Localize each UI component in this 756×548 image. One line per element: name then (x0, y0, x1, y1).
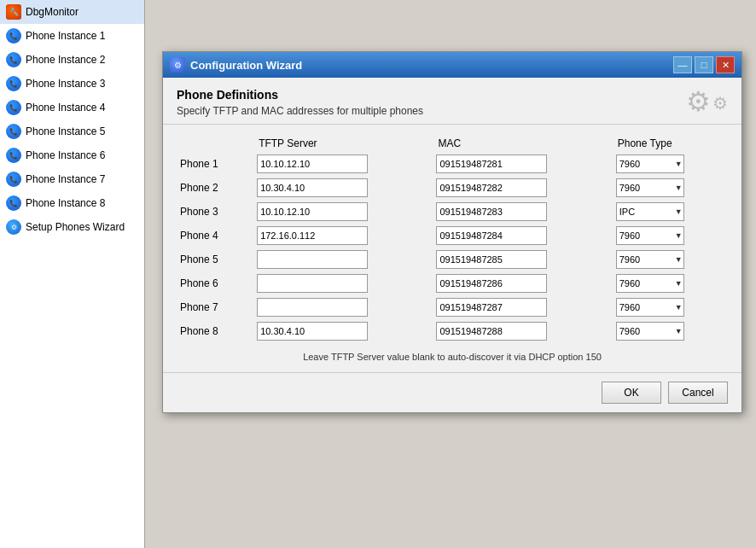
sidebar-label-phone8: Phone Instance 8 (26, 197, 105, 209)
sidebar-item-phone2[interactable]: 📞Phone Instance 2 (0, 48, 144, 72)
tftp-input-4[interactable] (257, 226, 368, 245)
wizard-icon: ⚙ (170, 57, 185, 73)
mac-input-4[interactable] (436, 226, 547, 245)
gear-big-icon: ⚙ (686, 88, 711, 115)
phone-label-7: Phone 7 (177, 295, 253, 319)
phone-type-select-1[interactable]: 7960IPC79407905 (616, 154, 684, 173)
mac-input-8[interactable] (436, 322, 547, 341)
phone-label-4: Phone 4 (177, 224, 253, 248)
table-row: Phone 37960IPC79407905▼ (177, 200, 728, 224)
table-row: Phone 57960IPC79407905▼ (177, 248, 728, 271)
dialog-body: Phone Definitions Specify TFTP and MAC a… (163, 78, 741, 412)
col-header-type: Phone Type (613, 135, 728, 152)
sidebar-item-setup[interactable]: ⚙Setup Phones Wizard (0, 215, 144, 239)
phone-icon: 📞 (5, 27, 22, 44)
dialog-header: Phone Definitions Specify TFTP and MAC a… (163, 78, 741, 125)
phone-label-3: Phone 3 (177, 200, 253, 224)
sidebar-label-phone1: Phone Instance 1 (26, 30, 105, 42)
sidebar: 🔧DbgMonitor📞Phone Instance 1📞Phone Insta… (0, 0, 145, 548)
dialog-title: Configuration Wizard (190, 59, 302, 72)
minimize-button[interactable]: — (673, 56, 692, 73)
phone-type-select-5[interactable]: 7960IPC79407905 (616, 250, 684, 269)
dialog-footer: OK Cancel (163, 372, 741, 412)
phone-type-select-6[interactable]: 7960IPC79407905 (616, 274, 684, 293)
tftp-input-8[interactable] (257, 322, 368, 341)
phone-type-select-2[interactable]: 7960IPC79407905 (616, 178, 684, 197)
tftp-input-1[interactable] (257, 154, 368, 173)
sidebar-label-phone6: Phone Instance 6 (26, 149, 105, 161)
dialog-header-title: Phone Definitions (177, 88, 423, 102)
phone-icon: 📞 (5, 171, 22, 188)
sidebar-label-phone4: Phone Instance 4 (26, 102, 105, 114)
dialog-content: TFTP Server MAC Phone Type Phone 17960IP… (163, 125, 741, 372)
sidebar-label-dbgmonitor: DbgMonitor (26, 6, 79, 18)
phone-label-8: Phone 8 (177, 319, 253, 343)
sidebar-label-phone7: Phone Instance 7 (26, 173, 105, 185)
dialog-header-text: Phone Definitions Specify TFTP and MAC a… (177, 88, 423, 117)
phone-icon: 📞 (5, 123, 22, 140)
maximize-button[interactable]: □ (695, 56, 713, 73)
sidebar-item-phone4[interactable]: 📞Phone Instance 4 (0, 96, 144, 120)
mac-input-6[interactable] (436, 274, 547, 293)
phone-icon: 📞 (5, 195, 22, 212)
sidebar-item-phone6[interactable]: 📞Phone Instance 6 (0, 143, 144, 167)
sidebar-label-phone5: Phone Instance 5 (26, 125, 105, 137)
tftp-input-3[interactable] (257, 202, 368, 221)
table-row: Phone 67960IPC79407905▼ (177, 271, 728, 295)
close-button[interactable]: ✕ (716, 56, 735, 73)
phone-label-1: Phone 1 (177, 152, 253, 176)
main-area: ⚙ Configuration Wizard — □ ✕ Phone Defin… (145, 0, 756, 548)
phone-label-6: Phone 6 (177, 271, 253, 295)
phone-type-select-8[interactable]: 7960IPC79407905 (616, 322, 684, 341)
table-row: Phone 87960IPC79407905▼ (177, 319, 728, 343)
sidebar-item-phone1[interactable]: 📞Phone Instance 1 (0, 24, 144, 48)
phone-label-2: Phone 2 (177, 176, 253, 200)
dialog-header-subtitle: Specify TFTP and MAC addresses for multi… (177, 105, 423, 117)
table-row: Phone 77960IPC79407905▼ (177, 295, 728, 319)
tftp-input-5[interactable] (257, 250, 368, 269)
phone-type-select-3[interactable]: 7960IPC79407905 (616, 202, 684, 221)
tftp-input-6[interactable] (257, 274, 368, 293)
mac-input-2[interactable] (436, 178, 547, 197)
gear-decoration: ⚙ ⚙ (686, 88, 728, 115)
tftp-input-2[interactable] (257, 178, 368, 197)
dialog-titlebar: ⚙ Configuration Wizard — □ ✕ (163, 52, 741, 78)
dbg-icon: 🔧 (5, 3, 22, 20)
phone-icon: 📞 (5, 75, 22, 92)
dialog-controls: — □ ✕ (673, 56, 735, 73)
col-header-tftp: TFTP Server (253, 135, 433, 152)
sidebar-item-phone7[interactable]: 📞Phone Instance 7 (0, 167, 144, 191)
sidebar-item-phone3[interactable]: 📞Phone Instance 3 (0, 72, 144, 96)
phone-label-5: Phone 5 (177, 248, 253, 271)
mac-input-3[interactable] (436, 202, 547, 221)
table-row: Phone 47960IPC79407905▼ (177, 224, 728, 248)
hint-text: Leave TFTP Server value blank to auto-di… (177, 352, 728, 362)
sidebar-item-phone8[interactable]: 📞Phone Instance 8 (0, 191, 144, 215)
sidebar-label-setup: Setup Phones Wizard (26, 221, 125, 233)
sidebar-label-phone3: Phone Instance 3 (26, 78, 105, 90)
sidebar-item-dbgmonitor[interactable]: 🔧DbgMonitor (0, 0, 144, 24)
col-header-mac: MAC (433, 135, 612, 152)
table-row: Phone 27960IPC79407905▼ (177, 176, 728, 200)
config-wizard-dialog: ⚙ Configuration Wizard — □ ✕ Phone Defin… (162, 51, 742, 413)
gear-small-icon: ⚙ (712, 95, 728, 115)
tftp-input-7[interactable] (257, 298, 368, 317)
sidebar-item-phone5[interactable]: 📞Phone Instance 5 (0, 120, 144, 143)
phone-type-select-7[interactable]: 7960IPC79407905 (616, 298, 684, 317)
cancel-button[interactable]: Cancel (668, 382, 728, 404)
ok-button[interactable]: OK (602, 382, 661, 404)
dialog-title-left: ⚙ Configuration Wizard (170, 57, 302, 73)
phone-table: TFTP Server MAC Phone Type Phone 17960IP… (177, 135, 728, 343)
setup-icon: ⚙ (5, 219, 22, 236)
phone-icon: 📞 (5, 99, 22, 116)
mac-input-1[interactable] (436, 154, 547, 173)
mac-input-7[interactable] (436, 298, 547, 317)
phone-icon: 📞 (5, 51, 22, 68)
col-header-label (177, 135, 253, 152)
phone-type-select-4[interactable]: 7960IPC79407905 (616, 226, 684, 245)
phone-icon: 📞 (5, 147, 22, 164)
sidebar-label-phone2: Phone Instance 2 (26, 54, 105, 66)
mac-input-5[interactable] (436, 250, 547, 269)
table-row: Phone 17960IPC79407905▼ (177, 152, 728, 176)
